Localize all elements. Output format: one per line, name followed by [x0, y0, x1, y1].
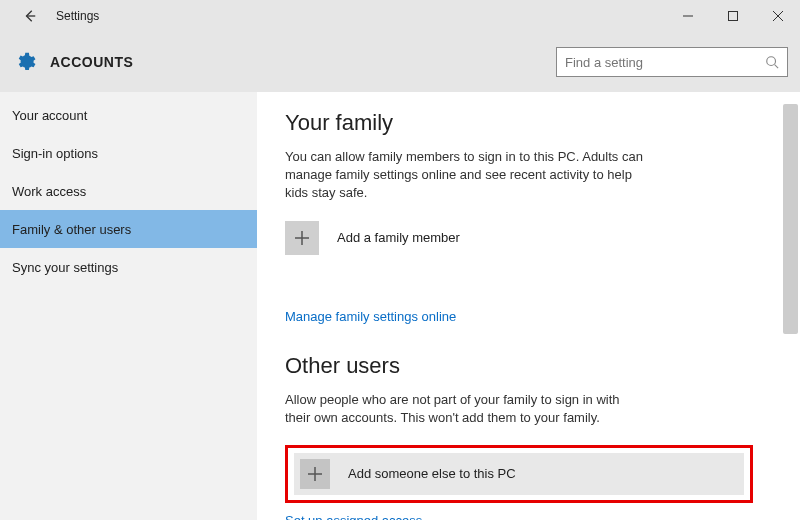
add-someone-else-label: Add someone else to this PC [348, 466, 516, 481]
plus-icon [294, 230, 310, 246]
sidebar-item-your-account[interactable]: Your account [0, 96, 257, 134]
sidebar-item-sign-in-options[interactable]: Sign-in options [0, 134, 257, 172]
plus-icon-box [300, 459, 330, 489]
family-heading: Your family [285, 110, 772, 136]
search-icon [765, 55, 779, 69]
back-arrow-icon [23, 9, 37, 23]
page-title: ACCOUNTS [50, 54, 133, 70]
scrollbar-thumb[interactable] [783, 104, 798, 334]
window-title: Settings [56, 9, 99, 23]
body: Your account Sign-in options Work access… [0, 92, 800, 520]
sidebar-item-label: Sign-in options [12, 146, 98, 161]
family-description: You can allow family members to sign in … [285, 148, 645, 203]
assigned-access-link[interactable]: Set up assigned access [285, 513, 422, 520]
titlebar: Settings [0, 0, 800, 32]
other-users-heading: Other users [285, 353, 772, 379]
maximize-icon [728, 11, 738, 21]
window-controls [665, 0, 800, 32]
highlight-annotation: Add someone else to this PC [285, 445, 753, 503]
close-button[interactable] [755, 0, 800, 32]
plus-icon [307, 466, 323, 482]
back-button[interactable] [18, 4, 42, 28]
close-icon [773, 11, 783, 21]
sidebar-item-label: Family & other users [12, 222, 131, 237]
sidebar-item-sync-your-settings[interactable]: Sync your settings [0, 248, 257, 286]
svg-point-4 [767, 57, 776, 66]
other-users-description: Allow people who are not part of your fa… [285, 391, 645, 427]
add-someone-else-button[interactable]: Add someone else to this PC [294, 453, 744, 495]
minimize-icon [683, 11, 693, 21]
sidebar-item-label: Work access [12, 184, 86, 199]
sidebar: Your account Sign-in options Work access… [0, 92, 257, 520]
add-family-member-button[interactable]: Add a family member [285, 221, 772, 255]
search-input[interactable] [565, 48, 765, 76]
manage-family-link[interactable]: Manage family settings online [285, 309, 456, 324]
sidebar-item-work-access[interactable]: Work access [0, 172, 257, 210]
header: ACCOUNTS [0, 32, 800, 92]
minimize-button[interactable] [665, 0, 710, 32]
sidebar-item-label: Your account [12, 108, 87, 123]
svg-rect-1 [728, 12, 737, 21]
add-family-member-label: Add a family member [337, 230, 460, 245]
svg-line-5 [775, 65, 779, 69]
maximize-button[interactable] [710, 0, 755, 32]
plus-icon-box [285, 221, 319, 255]
sidebar-item-label: Sync your settings [12, 260, 118, 275]
sidebar-item-family-other-users[interactable]: Family & other users [0, 210, 257, 248]
search-box[interactable] [556, 47, 788, 77]
gear-icon [14, 51, 36, 73]
content-panel: Your family You can allow family members… [257, 92, 800, 520]
